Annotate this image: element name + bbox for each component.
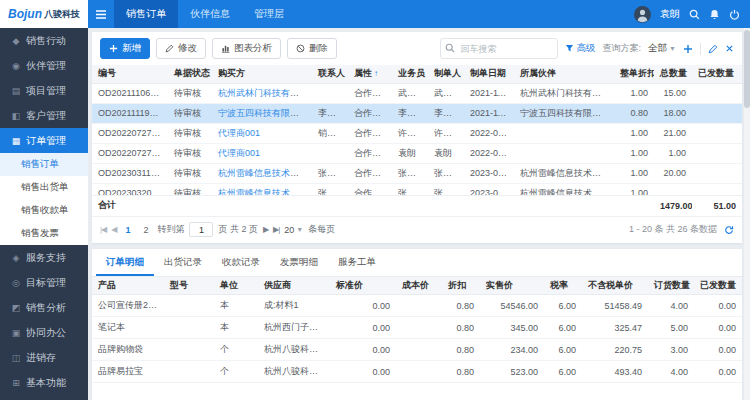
- detail-table-body: 公司宣传册200... 本 成:材料1 0.00 0.80 54546.00 6…: [92, 295, 742, 383]
- order-row[interactable]: OD20230311001 待审核 杭州雷峰信息技术有限公司 张小明 合作伙伴 …: [92, 163, 742, 183]
- scrollbar-thumb[interactable]: [744, 30, 750, 108]
- th-status[interactable]: 单据状态: [168, 65, 212, 83]
- sidebar-item-basic-functions[interactable]: ⊞基本功能: [0, 370, 88, 395]
- cell-contact: 李五四: [312, 103, 348, 123]
- sidebar-item-project-mgmt[interactable]: ▤项目管理: [0, 78, 88, 103]
- th-partner[interactable]: 所属伙伴: [514, 65, 614, 83]
- range-info: 1 - 20 条 共 26 条数据: [629, 223, 717, 236]
- th-buyer[interactable]: 购买方: [212, 65, 312, 83]
- order-row[interactable]: OD20220727003 待审核 代理商001 合作伙伴 袁朗 袁朗 2022…: [92, 143, 742, 163]
- inventory-icon: ◫: [11, 353, 21, 363]
- tab-service-tickets[interactable]: 服务工单: [328, 249, 386, 276]
- page-number-2[interactable]: 2: [139, 225, 152, 235]
- order-row[interactable]: OD20220727002 待审核 代理商001 销售001 合作伙伴 许三多 …: [92, 123, 742, 143]
- tab-order-lines[interactable]: 订单明细: [96, 249, 154, 276]
- first-page-button[interactable]: |◀: [100, 225, 106, 234]
- th-order-no[interactable]: 编号: [92, 65, 168, 83]
- cell-salesman: 李五四: [392, 103, 428, 123]
- detail-row[interactable]: 笔记本 本 杭州西门子有限... 0.00 0.80 345.00 6.00 3…: [92, 317, 742, 339]
- cell-status: 待审核: [168, 143, 212, 163]
- user-name[interactable]: 袁朗: [660, 7, 680, 21]
- power-icon[interactable]: [729, 9, 740, 20]
- goto-page-input[interactable]: [189, 222, 213, 237]
- per-page-label: 条每页: [308, 223, 335, 236]
- order-row[interactable]: OD20211106003 待审核 杭州武林门科技有限公司 合作伙伴 武二部 武…: [92, 83, 742, 103]
- order-row[interactable]: OD20211119002 待审核 宁波五四科技有限公司 李五四 合作伙伴 李五…: [92, 103, 742, 123]
- cell-cost-price: [396, 361, 442, 383]
- next-page-button[interactable]: ▶: [263, 225, 268, 234]
- tab-management[interactable]: 管理层: [242, 0, 296, 28]
- sidebar-item-collaboration[interactable]: ▣协同办公: [0, 320, 88, 345]
- add-button[interactable]: 新增: [100, 38, 150, 59]
- add-query-plan-icon[interactable]: [683, 44, 693, 54]
- tab-receipt-records[interactable]: 收款记录: [212, 249, 270, 276]
- search-icon[interactable]: [689, 9, 700, 20]
- buyer-link[interactable]: 代理商001: [218, 128, 260, 138]
- sidebar-item-order-mgmt[interactable]: ▦订单管理: [0, 128, 88, 153]
- submenu-item-sales-invoice[interactable]: 销售发票: [0, 222, 88, 245]
- cell-create-date: 2023-03-20: [464, 183, 514, 195]
- buyer-link[interactable]: 杭州武林门科技有限公司: [218, 88, 312, 98]
- cell-discount: 0.80: [614, 103, 654, 123]
- prev-page-button[interactable]: ◀: [111, 225, 116, 234]
- th-contact[interactable]: 联系人: [312, 65, 348, 83]
- menu-toggle-icon[interactable]: [88, 0, 114, 28]
- refresh-icon[interactable]: [724, 225, 734, 235]
- sidebar-item-sales-action[interactable]: ◆销售行动: [0, 28, 88, 53]
- order-icon: ▦: [11, 136, 21, 146]
- bell-icon[interactable]: [709, 9, 720, 20]
- th-total-qty[interactable]: 总数量: [654, 65, 692, 83]
- th-discount[interactable]: 整单折扣: [614, 65, 654, 83]
- th-salesman[interactable]: 业务员: [392, 65, 428, 83]
- cell-order-no: OD20211106003: [92, 83, 168, 103]
- cell-creator: 张小明: [428, 183, 464, 195]
- chart-analysis-button[interactable]: 图表分析: [212, 38, 281, 59]
- query-plan-select[interactable]: 全部 ▼: [648, 42, 676, 55]
- tab-sales-order[interactable]: 销售订单: [114, 0, 178, 28]
- th-attribute[interactable]: 属性↑: [348, 65, 392, 83]
- buyer-link[interactable]: 杭州雷峰信息技术有限公司: [218, 168, 312, 178]
- tab-shipment-records[interactable]: 出货记录: [154, 249, 212, 276]
- tab-invoice-lines[interactable]: 发票明细: [270, 249, 328, 276]
- sidebar-item-service-support[interactable]: ◈服务支持: [0, 245, 88, 270]
- buyer-link[interactable]: 宁波五四科技有限公司: [218, 108, 308, 118]
- submenu-item-sales-shipment[interactable]: 销售出货单: [0, 176, 88, 199]
- cell-actual-price: 54546.00: [480, 295, 544, 317]
- order-row[interactable]: OD20230320001 待审核 杭州雷峰信息技术有限公司 张小明 合作伙伴 …: [92, 183, 742, 195]
- avatar[interactable]: [634, 6, 651, 23]
- cell-standard-price: 0.00: [330, 295, 396, 317]
- buyer-link[interactable]: 杭州雷峰信息技术有限公司: [218, 188, 312, 196]
- modify-button[interactable]: 修改: [156, 38, 206, 59]
- page-size-select[interactable]: 20 ▼: [284, 225, 303, 235]
- th-shipped-qty[interactable]: 已发数量: [692, 65, 742, 83]
- submenu-item-sales-receipt[interactable]: 销售收款单: [0, 199, 88, 222]
- delete-button[interactable]: 删除: [287, 38, 337, 59]
- sidebar-item-customer-mgmt[interactable]: ◧客户管理: [0, 103, 88, 128]
- cell-contact: 张小明: [312, 163, 348, 183]
- advanced-filter[interactable]: 高级: [565, 42, 596, 55]
- cell-standard-price: 0.00: [330, 317, 396, 339]
- submenu-item-sales-order[interactable]: 销售订单: [0, 153, 88, 176]
- th-create-date[interactable]: 制单日期: [464, 65, 514, 83]
- edit-query-plan-icon[interactable]: [708, 44, 718, 54]
- th-creator[interactable]: 制单人: [428, 65, 464, 83]
- detail-row[interactable]: 品牌购物袋 个 杭州八骏科技... 0.00 0.80 234.00 6.00 …: [92, 339, 742, 361]
- service-icon: ◈: [11, 253, 21, 263]
- buyer-link[interactable]: 代理商001: [218, 148, 260, 158]
- target-icon: ◎: [11, 278, 21, 288]
- sidebar-item-target-mgmt[interactable]: ◎目标管理: [0, 270, 88, 295]
- sidebar-item-partner-mgmt[interactable]: ◉伙伴管理: [0, 53, 88, 78]
- vertical-scrollbar[interactable]: [744, 28, 750, 400]
- cell-product: 公司宣传册200...: [92, 295, 164, 317]
- page-number-1[interactable]: 1: [121, 225, 134, 235]
- sidebar-item-sales-analysis[interactable]: ◩销售分析: [0, 295, 88, 320]
- cell-unit: 本: [214, 295, 258, 317]
- last-page-button[interactable]: ▶|: [273, 225, 279, 234]
- detail-row[interactable]: 公司宣传册200... 本 成:材料1 0.00 0.80 54546.00 6…: [92, 295, 742, 317]
- detail-row[interactable]: 品牌易拉宝 个 杭州八骏科技... 0.00 0.80 523.00 6.00 …: [92, 361, 742, 383]
- delete-query-plan-icon[interactable]: [725, 44, 734, 53]
- sidebar-item-inventory[interactable]: ◫进销存: [0, 345, 88, 370]
- cell-discount: 1.00: [614, 183, 654, 195]
- tab-partner-info[interactable]: 伙伴信息: [178, 0, 242, 28]
- search-input[interactable]: [440, 38, 558, 59]
